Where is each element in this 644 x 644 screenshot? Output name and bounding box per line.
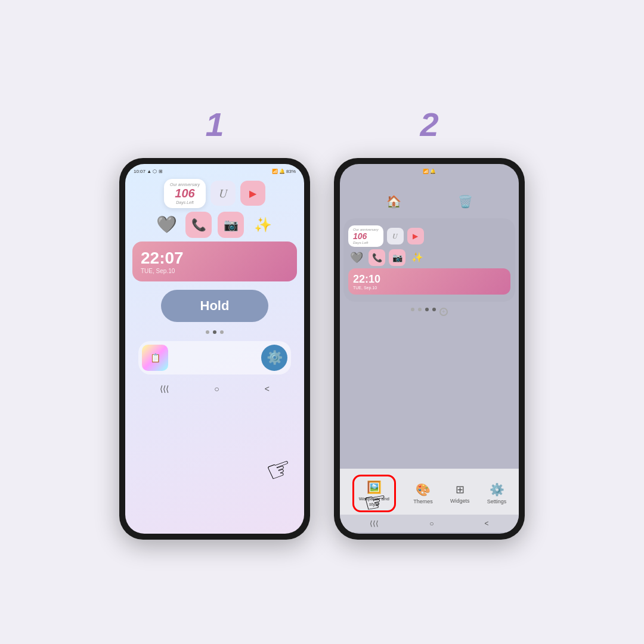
trash-icon-top[interactable]: 🗑️ bbox=[458, 194, 473, 209]
anniversary-sub: Days Left bbox=[170, 200, 200, 205]
clock-time-1: 22:07 bbox=[141, 249, 289, 268]
dot2-2 bbox=[418, 308, 422, 311]
phone-1-notch bbox=[208, 158, 222, 163]
mini-icon-yt: ▶ bbox=[407, 228, 424, 244]
mini-camera: 📷 bbox=[389, 249, 405, 266]
mini-clock-time: 22:10 bbox=[353, 273, 506, 286]
widgets-label: Widgets bbox=[450, 498, 470, 504]
dot2-3 bbox=[425, 308, 429, 311]
phone-icon[interactable]: 📞 bbox=[185, 212, 212, 238]
home-preview-card: Our anniversary 106 Days Left 𝑈 ▶ 🩶 📞 📷 … bbox=[343, 218, 515, 302]
phone-2: 📶 🔔 🏠 🗑️ Our anniversary 106 bbox=[334, 158, 525, 540]
mini-anniversary-widget: Our anniversary 106 Days Left bbox=[348, 225, 383, 247]
phone-2-screen: 📶 🔔 🏠 🗑️ Our anniversary 106 bbox=[340, 164, 519, 534]
menu-widgets[interactable]: ⊞ Widgets bbox=[450, 483, 470, 504]
phone-1: 10:07 ▲ ⬡ ⊞ 📶 🔔 83% Our anniversary 106 … bbox=[119, 158, 310, 540]
nav-back-icon[interactable]: ⟨⟨⟨ bbox=[160, 384, 169, 394]
anniversary-widget: Our anniversary 106 Days Left bbox=[164, 179, 206, 208]
mini-phone: 📞 bbox=[369, 249, 385, 266]
mini-heart: 🩶 bbox=[348, 249, 365, 266]
mini-icon-u: 𝑈 bbox=[387, 228, 404, 244]
menu-settings[interactable]: ⚙️ Settings bbox=[487, 482, 507, 504]
hold-button[interactable]: Hold bbox=[161, 290, 268, 322]
menu-themes[interactable]: 🎨 Themes bbox=[413, 482, 433, 504]
step-1: 1 10:07 ▲ ⬡ ⊞ 📶 🔔 83% Our anniversary 10… bbox=[119, 105, 310, 540]
step-1-number: 1 bbox=[205, 105, 224, 144]
clock-date-1: TUE, Sep.10 bbox=[141, 268, 289, 274]
dot-2 bbox=[213, 330, 216, 334]
heart-icon[interactable]: 🩶 bbox=[153, 212, 179, 238]
camera-icon[interactable]: 📷 bbox=[218, 212, 244, 238]
phone-2-notch bbox=[422, 158, 436, 163]
settings-label: Settings bbox=[487, 499, 507, 504]
anniversary-title: Our anniversary bbox=[170, 182, 200, 187]
dot-3 bbox=[220, 330, 224, 334]
home-icon-top[interactable]: 🏠 bbox=[386, 194, 401, 209]
dot-1 bbox=[206, 330, 209, 334]
themes-label: Themes bbox=[413, 499, 433, 504]
nav-recent-icon[interactable]: < bbox=[265, 384, 270, 394]
clock-widget-1: 22:07 TUE, Sep.10 bbox=[132, 242, 297, 281]
themes-icon: 🎨 bbox=[416, 482, 431, 497]
status-bar-2: 📶 🔔 bbox=[340, 164, 519, 177]
mini-row-2: 🩶 📞 📷 ✨ bbox=[348, 249, 510, 266]
dot2-4 bbox=[432, 308, 436, 311]
nav-dots-1 bbox=[132, 328, 297, 336]
anniversary-num: 106 bbox=[170, 187, 200, 200]
status-left-1: 10:07 ▲ ⬡ ⊞ bbox=[134, 169, 163, 174]
nav-home-2[interactable]: ○ bbox=[429, 519, 434, 528]
stars-icon[interactable]: ✨ bbox=[250, 212, 276, 238]
dock-1: 📋 ⚙️ bbox=[138, 341, 291, 374]
widgets-icon: ⊞ bbox=[456, 483, 465, 496]
dock-apps-icon[interactable]: 📋 bbox=[142, 345, 168, 371]
widget-row-1: Our anniversary 106 Days Left 𝑈 ▶ bbox=[132, 179, 297, 208]
dock-settings-icon[interactable]: ⚙️ bbox=[261, 345, 287, 371]
mini-row-1: Our anniversary 106 Days Left 𝑈 ▶ bbox=[348, 225, 510, 247]
dot2-1 bbox=[411, 308, 414, 311]
phone-1-screen: 10:07 ▲ ⬡ ⊞ 📶 🔔 83% Our anniversary 106 … bbox=[125, 164, 304, 534]
mini-stars: ✨ bbox=[409, 249, 426, 266]
mini-clock: 22:10 TUE, Sep.10 bbox=[348, 268, 510, 295]
nav-dots-2: + bbox=[340, 305, 519, 318]
settings-icon: ⚙️ bbox=[490, 482, 504, 497]
step-2-number: 2 bbox=[420, 105, 438, 144]
icon-youtube[interactable]: ▶ bbox=[240, 181, 265, 206]
mini-clock-date: TUE, Sep.10 bbox=[353, 286, 506, 290]
status-right-1: 📶 🔔 83% bbox=[272, 169, 296, 174]
icon-u[interactable]: 𝑈 bbox=[210, 181, 236, 206]
step-2: 2 📶 🔔 🏠 🗑️ bbox=[334, 105, 525, 540]
nav-back-2[interactable]: ⟨⟨⟨ bbox=[370, 519, 379, 528]
app-row-1: 🩶 📞 📷 ✨ bbox=[132, 212, 297, 238]
nav-home-icon[interactable]: ○ bbox=[214, 384, 219, 394]
dot2-add[interactable]: + bbox=[439, 308, 448, 316]
top-icons: 🏠 🗑️ bbox=[340, 177, 519, 215]
nav-recent-2[interactable]: < bbox=[485, 519, 489, 528]
nav-bar-1: ⟨⟨⟨ ○ < bbox=[132, 379, 297, 398]
main-container: 1 10:07 ▲ ⬡ ⊞ 📶 🔔 83% Our anniversary 10… bbox=[0, 0, 644, 644]
status-bar-1: 10:07 ▲ ⬡ ⊞ 📶 🔔 83% bbox=[125, 164, 304, 177]
